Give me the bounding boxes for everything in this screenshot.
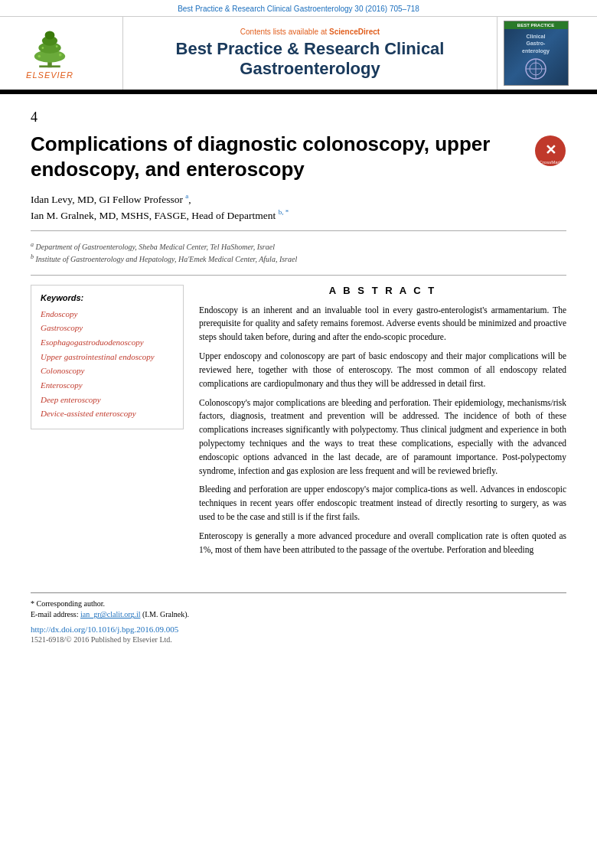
journal-cover-image: BEST PRACTICE ClinicalGastro-enterology [504, 21, 569, 86]
keywords-section: Keywords: Endoscopy Gastroscopy Esophago… [31, 285, 184, 430]
separator-1 [31, 230, 566, 231]
journal-header: ELSEVIER Contents lists available at Sci… [0, 17, 597, 92]
crossmark-badge[interactable]: ✕ CrossMark [534, 135, 566, 167]
keyword-esophago: Esophagogastroduodenoscopy [41, 335, 174, 350]
footer-section: * Corresponding author. E-mail address: … [31, 592, 566, 644]
author-sep: , [188, 194, 191, 205]
email-suffix: (I.M. Gralnek). [142, 610, 189, 618]
keyword-enteroscopy: Enteroscopy [41, 378, 174, 393]
journal-title: Best Practice & Research Clinical Gastro… [176, 39, 445, 80]
svg-text:✕: ✕ [545, 142, 556, 158]
sciencedirect-label: Contents lists available at ScienceDirec… [240, 28, 380, 36]
abstract-section: A B S T R A C T Endoscopy is an inherent… [199, 285, 566, 563]
authors-line-1: Idan Levy, MD, GI Fellow Professor a, [31, 192, 566, 206]
keyword-colonoscopy: Colonoscopy [41, 364, 174, 378]
abstract-para-3: Colonoscopy's major complications are bl… [199, 396, 566, 478]
elsevier-logo-section: ELSEVIER [23, 17, 122, 90]
abstract-para-5: Enteroscopy is generally a more advanced… [199, 530, 566, 557]
svg-point-8 [41, 47, 44, 49]
author-1-name: Idan Levy, MD, GI Fellow Professor [31, 194, 185, 205]
page: Best Practice & Research Clinical Gastro… [0, 0, 597, 868]
cover-top-bar: BEST PRACTICE [504, 21, 568, 29]
author-2-sup: b, * [279, 208, 289, 216]
elsevier-tree-icon [23, 27, 77, 69]
keyword-upper-gi: Upper gastrointestinal endoscopy [41, 350, 174, 364]
keyword-deep: Deep enteroscopy [41, 393, 174, 407]
keyword-gastroscopy: Gastroscopy [41, 321, 174, 335]
article-number: 4 [31, 109, 566, 126]
banner-text: Best Practice & Research Clinical Gastro… [178, 5, 419, 13]
elsevier-logo: ELSEVIER [23, 27, 77, 80]
elsevier-text: ELSEVIER [26, 70, 73, 80]
cover-logo-icon [524, 57, 547, 80]
email-label: E-mail address: [31, 610, 78, 618]
affiliation-a: a Department of Gastroenterology, Sheba … [31, 240, 566, 253]
sciencedirect-name[interactable]: ScienceDirect [329, 28, 380, 36]
separator-2 [31, 275, 566, 276]
journal-cover-section: BEST PRACTICE ClinicalGastro-enterology [497, 17, 574, 90]
two-col-section: Keywords: Endoscopy Gastroscopy Esophago… [31, 285, 566, 563]
top-banner: Best Practice & Research Clinical Gastro… [0, 0, 597, 17]
svg-point-7 [59, 54, 62, 57]
affiliation-b: b Institute of Gastroenterology and Hepa… [31, 253, 566, 265]
abstract-para-1: Endoscopy is an inherent and an invaluab… [199, 304, 566, 344]
keywords-title: Keywords: [41, 293, 174, 302]
article-title: Complications of diagnostic colonoscopy,… [31, 132, 523, 181]
svg-rect-1 [39, 65, 60, 67]
svg-point-9 [56, 45, 58, 47]
svg-text:CrossMark: CrossMark [539, 160, 562, 165]
copyright-line: 1521-6918/© 2016 Published by Elsevier L… [31, 635, 566, 644]
corresponding-author-note: * Corresponding author. [31, 599, 566, 608]
keyword-device: Device-assisted enteroscopy [41, 406, 174, 421]
journal-title-section: Contents lists available at ScienceDirec… [122, 17, 497, 90]
email-note: E-mail address: ian_gr@clalit.org.il (I.… [31, 610, 566, 618]
svg-point-6 [38, 55, 41, 58]
abstract-title: A B S T R A C T [199, 285, 566, 296]
authors-line-2: Ian M. Gralnek, MD, MSHS, FASGE, Head of… [31, 208, 566, 222]
article-body: 4 Complications of diagnostic colonoscop… [0, 94, 597, 577]
affiliations: a Department of Gastroenterology, Sheba … [31, 240, 566, 266]
crossmark-icon: ✕ CrossMark [534, 135, 566, 167]
email-link[interactable]: ian_gr@clalit.org.il [80, 610, 140, 618]
article-title-row: Complications of diagnostic colonoscopy,… [31, 132, 566, 181]
author-2-name: Ian M. Gralnek, MD, MSHS, FASGE, Head of… [31, 209, 279, 220]
abstract-para-4: Bleeding and perforation are upper endos… [199, 483, 566, 524]
abstract-para-2: Upper endoscopy and colonoscopy are part… [199, 350, 566, 390]
keyword-endoscopy: Endoscopy [41, 307, 174, 321]
abstract-text: Endoscopy is an inherent and an invaluab… [199, 304, 566, 557]
svg-point-5 [45, 31, 55, 40]
cover-main: ClinicalGastro-enterology [520, 29, 551, 85]
doi-line[interactable]: http://dx.doi.org/10.1016/j.bpg.2016.09.… [31, 625, 566, 634]
